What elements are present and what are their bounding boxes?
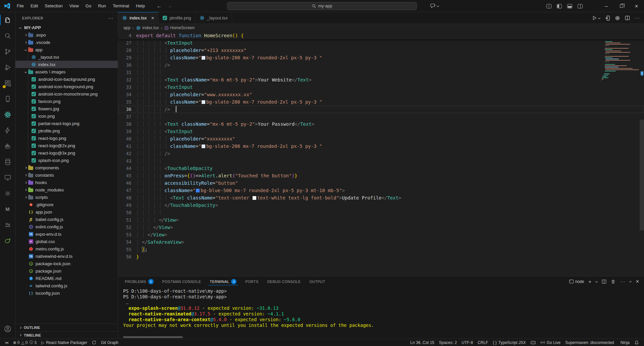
code-line-32[interactable]: 32│ │ │ │ │ <Text className="mx-6 mt-5 p… (118, 76, 644, 83)
code-line-46[interactable]: 46│ │ │ │ │ accessibilityRole="button" (118, 179, 644, 187)
tree-item[interactable]: .gitignore (15, 201, 118, 208)
tree-item[interactable]: android-icon-background.png (15, 75, 118, 83)
status-encoding[interactable]: UTF-8 (459, 339, 475, 346)
panel-more-icon[interactable]: ··· (620, 279, 625, 284)
status-eol[interactable]: CRLF (475, 339, 490, 346)
status-notifications[interactable] (632, 339, 641, 346)
tree-item[interactable]: react-logo.png (15, 134, 118, 142)
code-line-50[interactable]: 50│ │ │ │ │ (118, 209, 644, 216)
explorer-more-actions-icon[interactable]: ··· (108, 15, 114, 21)
split-terminal-icon[interactable] (602, 279, 606, 284)
search-icon[interactable] (0, 28, 15, 44)
open-on-device-icon[interactable] (605, 15, 610, 21)
chatgpt-icon[interactable] (615, 15, 620, 21)
status-react-native-packager[interactable]: ▷React Native Packager (39, 339, 90, 346)
tree-item[interactable]: app (15, 46, 118, 53)
terminal-output[interactable]: PS D:\100-days-of-react-native\my-app>PS… (118, 287, 644, 339)
accounts-icon[interactable] (0, 321, 15, 337)
menu-terminal[interactable]: Terminal (110, 2, 132, 9)
code-line-30[interactable]: 30│ │ │ │ │ /> (118, 61, 644, 69)
spring-icon[interactable] (0, 233, 15, 248)
tree-item[interactable]: _layout.tsx (15, 53, 118, 61)
menu-selection[interactable]: Selection (42, 2, 65, 9)
copilot-chat-button[interactable] (430, 3, 439, 8)
tree-item[interactable]: ptrofile.png (15, 127, 118, 134)
status-ninja[interactable]: Ninja (616, 339, 632, 346)
tree-item[interactable]: eslint.config.js (15, 223, 118, 230)
close-panel-icon[interactable]: ✕ (636, 279, 639, 284)
sticky-scroll[interactable]: 4export default function HomeScreen() { (118, 32, 644, 39)
tree-item[interactable]: hooks (15, 179, 118, 186)
remote-explorer-icon[interactable] (0, 170, 15, 185)
status-language-mode[interactable]: { }TypeScript JSX (490, 339, 528, 346)
code-line-29[interactable]: 29│ │ │ │ │ │ className="bg-slate-200 mx… (118, 54, 644, 61)
editor-scrollbar[interactable] (640, 120, 644, 230)
minimap[interactable] (601, 41, 639, 81)
close-button[interactable]: ✕ (629, 0, 644, 12)
toggle-secondary-sidebar-icon[interactable] (578, 4, 583, 8)
status-copilot[interactable] (528, 339, 538, 346)
explorer-icon[interactable] (0, 12, 15, 28)
tree-item[interactable]: ≈tailwind.config.js (15, 282, 118, 289)
code-line-55[interactable]: 55│ ); (118, 246, 644, 253)
split-editor-icon[interactable] (625, 15, 630, 20)
database-icon[interactable] (0, 154, 15, 170)
tree-item[interactable]: icon.png (15, 112, 118, 120)
status-cursor-position[interactable]: Ln 36, Col 15 (408, 339, 436, 346)
containers-icon[interactable] (0, 138, 15, 154)
source-control-icon[interactable] (0, 44, 15, 59)
tree-item[interactable]: metro.config.js (15, 245, 118, 252)
code-line-43[interactable]: 43│ │ │ │ │ (118, 157, 644, 165)
tree-item[interactable]: iREADME.md (15, 275, 118, 282)
breadcrumb-item[interactable]: HomeScreen (164, 25, 195, 30)
nav-forward-icon[interactable]: → (167, 3, 172, 9)
tree-item[interactable]: android-icon-monochrome.png (15, 90, 118, 98)
maximize-panel-icon[interactable] (629, 281, 632, 283)
status-go-live[interactable]: Go Live (538, 339, 563, 346)
code-line-38[interactable]: 38│ │ │ │ │ <Text className="mx-6 mt-5 p… (118, 120, 644, 128)
code-line-49[interactable]: 49│ │ │ │ │ </TouchableOpacity> (118, 201, 644, 209)
code-line-27[interactable]: 27│ │ │ │ │ <TextInput (118, 39, 644, 47)
code-line-33[interactable]: 33│ │ │ │ │ <TextInput (118, 83, 644, 91)
menu-view[interactable]: View (66, 2, 82, 9)
close-tab-icon[interactable]: ✕ (151, 16, 154, 20)
tree-item[interactable]: partial-react-logo.png (15, 120, 118, 127)
breadcrumb-item[interactable]: app (123, 25, 130, 30)
command-center-search[interactable]: my-app (227, 2, 417, 10)
terminal-hscrollbar[interactable] (123, 336, 183, 338)
menu-go[interactable]: Go (83, 2, 94, 9)
status-problems-summary[interactable]: ⊗0 △0 ⓘ3 (11, 339, 39, 346)
extensions-icon[interactable] (0, 75, 15, 91)
status-supermaven[interactable]: Supermaven: disconnected (563, 339, 616, 346)
section-outline[interactable]: OUTLINE (15, 324, 118, 331)
tree-item[interactable]: .vscode (15, 39, 118, 46)
toggle-primary-sidebar-icon[interactable] (557, 4, 562, 8)
tab-_layout.tsx[interactable]: _layout.tsx (196, 12, 232, 23)
tree-item[interactable]: { }tsconfig.json (15, 289, 118, 297)
terminal-profile[interactable]: node (569, 279, 584, 284)
nav-back-icon[interactable]: ← (157, 3, 162, 9)
tree-item[interactable]: node_modules (15, 186, 118, 193)
tree-item[interactable]: flowers.jpg (15, 105, 118, 112)
tree-item[interactable]: TSexpo-env.d.ts (15, 230, 118, 238)
code-line-35[interactable]: 35│ │ │ │ │ │ className="bg-slate-200 mx… (118, 98, 644, 106)
tree-item[interactable]: βbabel.config.js (15, 216, 118, 223)
react-native-tools-icon[interactable] (0, 107, 15, 122)
customize-layout-icon[interactable] (546, 4, 551, 8)
tree-item[interactable]: TSnativewind-env.d.ts (15, 252, 118, 260)
section-timeline[interactable]: TIMELINE (15, 331, 118, 339)
code-line-47[interactable]: 47│ │ │ │ │ className="bg-blue-500 mx-7 … (118, 187, 644, 194)
minimize-button[interactable]: ─ (599, 0, 614, 12)
code-line-36[interactable]: 36│ │ │ │ │ /> (118, 106, 644, 113)
code-line-52[interactable]: 52│ │ │ </View> (118, 224, 644, 231)
menu-help[interactable]: Help (133, 2, 148, 9)
tree-item[interactable]: react-logo@2x.png (15, 142, 118, 149)
kill-terminal-icon[interactable] (611, 279, 615, 284)
breadcrumb-item[interactable]: index.tsx (136, 25, 159, 31)
code-line-40[interactable]: 40│ │ │ │ │ │ placeholder="xxxxxxxxx" (118, 135, 644, 142)
code-editor[interactable]: 27│ │ │ │ │ <TextInput28│ │ │ │ │ │ plac… (118, 39, 644, 276)
tree-item[interactable]: .expo (15, 31, 118, 39)
code-line-54[interactable]: 54│ </SafeAreaView> (118, 238, 644, 246)
code-line-44[interactable]: 44│ │ │ │ │ <TouchableOpacity (118, 165, 644, 172)
more-actions-icon[interactable]: ··· (635, 15, 640, 20)
